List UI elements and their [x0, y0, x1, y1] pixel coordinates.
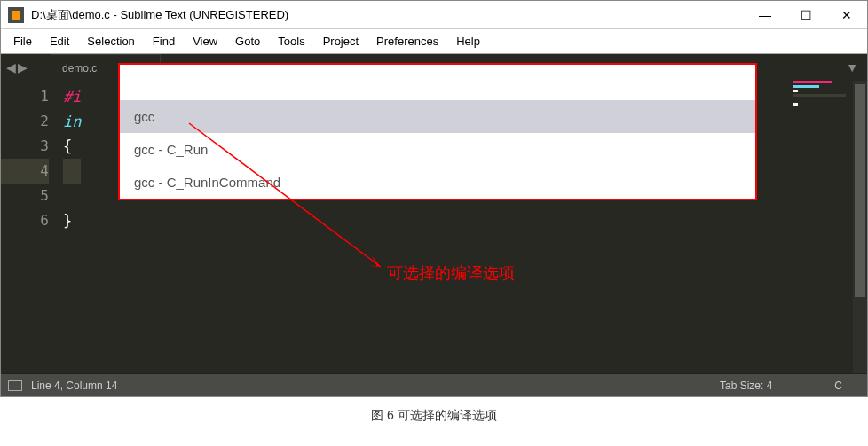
vertical-scrollbar[interactable] — [853, 81, 867, 373]
code-token: } — [63, 212, 72, 230]
line-number: 3 — [1, 134, 49, 159]
line-number: 2 — [1, 109, 49, 134]
annotation-label: 可选择的编译选项 — [387, 262, 515, 284]
menu-project[interactable]: Project — [314, 31, 367, 51]
line-number: 5 — [1, 184, 49, 208]
popup-item-gcc-crunincommand[interactable]: gcc - C_RunInCommand — [120, 166, 755, 199]
nav-back-icon[interactable]: ◀ — [6, 60, 16, 74]
close-button[interactable]: ✕ — [826, 1, 867, 29]
status-syntax[interactable]: C — [834, 379, 842, 392]
statusbar: Line 4, Column 14 Tab Size: 4 C — [1, 373, 867, 396]
code-token: #i — [63, 88, 81, 106]
code-token: { — [63, 137, 72, 155]
menu-goto[interactable]: Goto — [226, 31, 269, 51]
code-token: in — [63, 113, 81, 130]
line-number: 1 — [1, 84, 49, 109]
menu-edit[interactable]: Edit — [41, 31, 78, 51]
application-window: D:\桌面\demo.c - Sublime Text (UNREGISTERE… — [0, 0, 868, 397]
line-number: 4 — [1, 159, 49, 184]
minimize-button[interactable]: — — [745, 1, 785, 29]
svg-marker-1 — [368, 256, 381, 267]
scrollbar-thumb[interactable] — [855, 84, 865, 297]
app-icon — [8, 7, 24, 23]
titlebar[interactable]: D:\桌面\demo.c - Sublime Text (UNREGISTERE… — [1, 1, 867, 29]
figure-caption: 图 6 可选择的编译选项 — [0, 397, 868, 434]
nav-forward-icon[interactable]: ▶ — [18, 60, 28, 74]
gutter: 1 2 3 4 5 6 — [1, 81, 63, 233]
popup-item-gcc-crun[interactable]: gcc - C_Run — [120, 133, 755, 166]
status-position[interactable]: Line 4, Column 14 — [31, 379, 117, 392]
menu-find[interactable]: Find — [144, 31, 184, 51]
menu-selection[interactable]: Selection — [78, 31, 143, 51]
line-number: 6 — [1, 208, 49, 233]
tab-label: demo.c — [62, 62, 97, 74]
menubar: File Edit Selection Find View Goto Tools… — [1, 29, 867, 54]
editor-area: ◀ ▶ demo.c × ▼ 1 2 3 4 5 6 — [1, 54, 867, 373]
maximize-button[interactable]: ☐ — [785, 1, 826, 29]
popup-item-gcc[interactable]: gcc — [120, 100, 755, 133]
menu-help[interactable]: Help — [447, 31, 489, 51]
menu-preferences[interactable]: Preferences — [367, 31, 447, 51]
code-content[interactable]: #i in { } — [63, 81, 81, 233]
build-system-popup: gcc gcc - C_Run gcc - C_RunInCommand — [118, 63, 757, 200]
status-tabsize[interactable]: Tab Size: 4 — [720, 379, 772, 392]
tabbar-dropdown-icon[interactable]: ▼ — [846, 60, 858, 74]
panel-icon[interactable] — [8, 380, 22, 391]
menu-file[interactable]: File — [4, 31, 41, 51]
menu-view[interactable]: View — [184, 31, 226, 51]
minimap[interactable] — [793, 81, 846, 125]
window-title: D:\桌面\demo.c - Sublime Text (UNREGISTERE… — [31, 7, 745, 23]
menu-tools[interactable]: Tools — [269, 31, 313, 51]
